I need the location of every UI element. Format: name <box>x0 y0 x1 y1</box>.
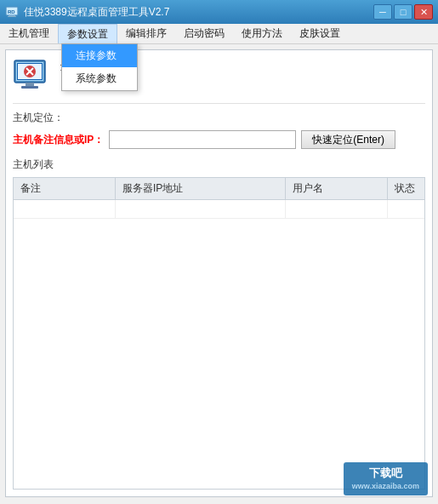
menu-edit-sort[interactable]: 编辑排序 <box>117 24 175 43</box>
cell-status <box>388 200 424 218</box>
menu-usage[interactable]: 使用方法 <box>233 24 291 43</box>
window-controls: ─ □ ✕ <box>373 4 433 20</box>
host-ip-label: 主机备注信息或IP： <box>13 133 104 147</box>
cell-username <box>286 200 388 218</box>
col-header-status: 状态 <box>388 178 438 199</box>
host-list-label: 主机列表 <box>13 158 425 172</box>
host-ip-input[interactable] <box>109 130 296 149</box>
title-text: 佳悦3389远程桌面管理工具V2.7 <box>24 5 373 20</box>
svg-text:RD: RD <box>8 9 15 14</box>
title-bar: RD 佳悦3389远程桌面管理工具V2.7 ─ □ ✕ <box>0 0 438 24</box>
host-table: 备注 服务器IP地址 用户名 状态 <box>13 177 425 490</box>
watermark: 下载吧 www.xiazaiba.com <box>344 462 428 495</box>
dropdown-connect-params[interactable]: 连接参数 <box>62 44 137 67</box>
close-button[interactable]: ✕ <box>414 4 433 20</box>
col-header-username: 用户名 <box>286 178 388 199</box>
table-row[interactable] <box>14 200 424 219</box>
table-header: 备注 服务器IP地址 用户名 状态 <box>14 178 424 200</box>
watermark-inner: 下载吧 www.xiazaiba.com <box>344 462 428 495</box>
computer-icon <box>13 57 54 98</box>
maximize-button[interactable]: □ <box>394 4 412 20</box>
svg-rect-13 <box>21 86 38 89</box>
svg-rect-12 <box>26 83 34 86</box>
host-locate-label: 主机定位： <box>13 111 64 125</box>
dropdown-system-params[interactable]: 系统参数 <box>62 67 137 90</box>
cell-ip <box>116 200 286 218</box>
host-ip-row: 主机备注信息或IP： 快速定位(Enter) <box>13 130 425 149</box>
minimize-button[interactable]: ─ <box>373 4 392 20</box>
col-header-note: 备注 <box>14 178 116 199</box>
watermark-line1: 下载吧 <box>369 466 402 481</box>
app-icon: RD <box>5 5 19 19</box>
menu-skin-settings[interactable]: 皮肤设置 <box>291 24 349 43</box>
quick-locate-button[interactable]: 快速定位(Enter) <box>301 130 395 149</box>
menu-host-manage[interactable]: 主机管理 <box>0 24 58 43</box>
host-locate-row: 主机定位： <box>13 111 425 125</box>
col-header-ip: 服务器IP地址 <box>116 178 286 199</box>
menu-param-settings[interactable]: 参数设置 <box>58 24 117 43</box>
param-settings-dropdown: 连接参数 系统参数 <box>61 43 138 91</box>
menu-start-password[interactable]: 启动密码 <box>175 24 233 43</box>
table-body <box>14 200 424 489</box>
svg-rect-2 <box>8 16 16 17</box>
main-content: 连接参数设置 主机定位： 主机备注信息或IP： 快速定位(Enter) 主机列表… <box>5 49 433 497</box>
watermark-line2: www.xiazaiba.com <box>352 481 419 492</box>
menu-bar: 主机管理 参数设置 编辑排序 启动密码 使用方法 皮肤设置 连接参数 系统参数 <box>0 24 438 44</box>
cell-note <box>14 200 116 218</box>
